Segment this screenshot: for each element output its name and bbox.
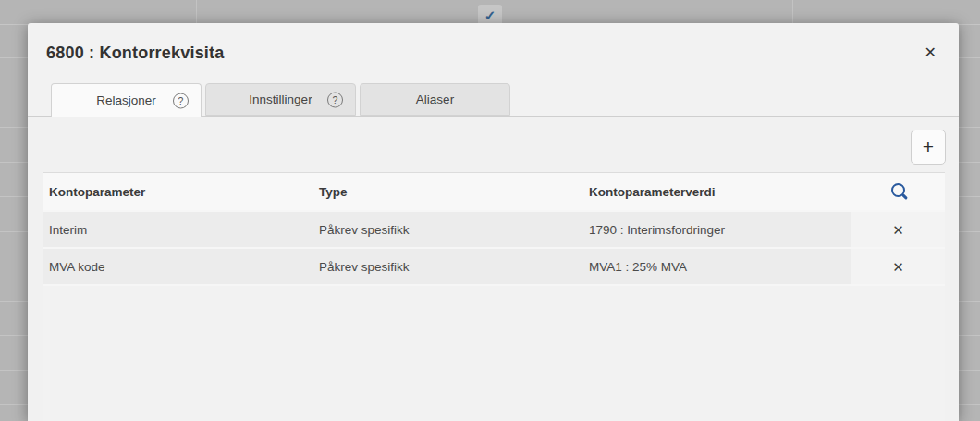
table-header-row: Kontoparameter Type Kontoparameterverdi xyxy=(43,173,945,212)
column-header-kontoparameter: Kontoparameter xyxy=(43,173,312,210)
cell-kontoparameterverdi: 1790 : Interimsfordringer xyxy=(582,212,851,247)
tab-label: Aliaser xyxy=(416,93,454,106)
tab-bar: Relasjoner ? Innstillinger ? Aliaser xyxy=(28,82,959,116)
column-header-actions xyxy=(851,173,945,210)
table-row[interactable]: Interim Påkrev spesifikk 1790 : Interims… xyxy=(43,212,945,249)
relations-table: Kontoparameter Type Kontoparameterverdi … xyxy=(43,172,945,421)
cell-actions: ✕ xyxy=(851,249,945,284)
column-header-kontoparameterverdi: Kontoparameterverdi xyxy=(582,173,851,210)
add-relation-button[interactable]: + xyxy=(911,130,946,165)
table-empty-area xyxy=(43,286,945,421)
search-icon[interactable] xyxy=(890,183,907,200)
tab-label: Innstillinger xyxy=(249,93,312,106)
empty-column xyxy=(851,286,945,421)
empty-column xyxy=(43,286,312,421)
dialog-header: 6800 : Kontorrekvisita ✕ xyxy=(28,23,959,82)
tab-panel-relasjoner: + Kontoparameter Type Kontoparameterverd… xyxy=(28,116,959,421)
cell-kontoparameter: MVA kode xyxy=(43,249,312,284)
tab-relasjoner[interactable]: Relasjoner ? xyxy=(51,83,202,117)
cell-type: Påkrev spesifikk xyxy=(312,249,582,284)
delete-icon[interactable]: ✕ xyxy=(889,257,907,277)
help-icon[interactable]: ? xyxy=(173,93,189,108)
tab-label: Relasjoner xyxy=(96,93,156,107)
table-row[interactable]: MVA kode Påkrev spesifikk MVA1 : 25% MVA… xyxy=(43,249,945,286)
dialog-title: 6800 : Kontorrekvisita xyxy=(46,43,224,63)
cell-type: Påkrev spesifikk xyxy=(312,212,582,247)
cell-kontoparameterverdi: MVA1 : 25% MVA xyxy=(582,249,851,284)
tab-aliaser[interactable]: Aliaser xyxy=(360,83,510,116)
empty-column xyxy=(312,286,582,421)
cell-actions: ✕ xyxy=(851,212,945,247)
column-header-type: Type xyxy=(312,173,582,210)
account-dialog: 6800 : Kontorrekvisita ✕ Relasjoner ? In… xyxy=(28,23,959,421)
close-icon[interactable]: ✕ xyxy=(921,42,940,64)
help-icon[interactable]: ? xyxy=(327,92,343,107)
tab-innstillinger[interactable]: Innstillinger ? xyxy=(205,83,356,116)
cell-kontoparameter: Interim xyxy=(43,212,312,247)
empty-column xyxy=(582,286,851,421)
delete-icon[interactable]: ✕ xyxy=(889,220,907,240)
plus-icon: + xyxy=(923,136,934,158)
